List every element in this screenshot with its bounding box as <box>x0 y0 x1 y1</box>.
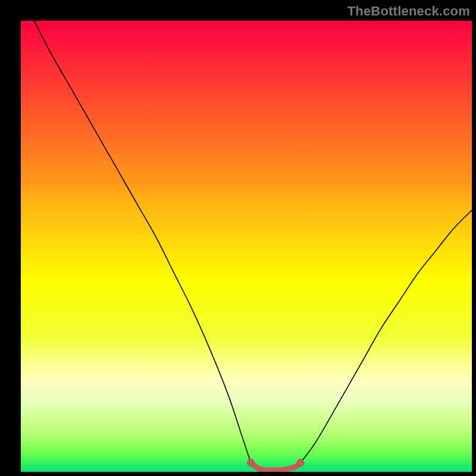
left-branch-line <box>35 21 251 463</box>
valley-endpoint-left <box>248 459 255 466</box>
watermark-text: TheBottleneck.com <box>347 4 470 19</box>
right-branch-line <box>300 210 472 462</box>
valley-marker-line <box>251 463 300 470</box>
curve-layer <box>21 21 472 472</box>
plot-area <box>21 21 472 472</box>
chart-frame: TheBottleneck.com <box>0 0 476 476</box>
valley-endpoint-right <box>297 459 304 466</box>
